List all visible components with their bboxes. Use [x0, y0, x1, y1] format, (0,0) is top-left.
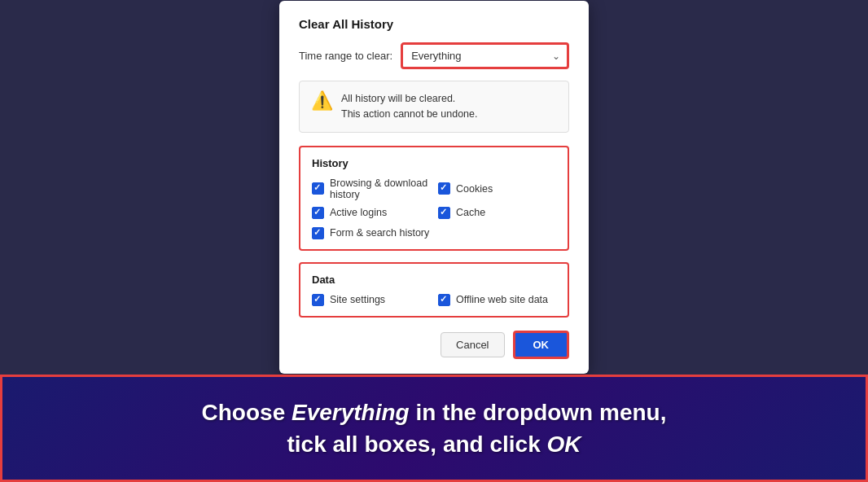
checkbox-cookies[interactable]: Cookies — [438, 177, 556, 200]
checkbox-form-search-icon[interactable] — [312, 227, 324, 239]
checkbox-cache-icon[interactable] — [438, 207, 450, 219]
buttons-row: Cancel OK — [299, 331, 569, 359]
cancel-button[interactable]: Cancel — [441, 332, 504, 357]
clear-history-dialog: Clear All History Time range to clear: L… — [279, 1, 589, 374]
checkbox-cookies-label: Cookies — [456, 183, 493, 195]
banner-ok-italic: OK — [547, 432, 581, 457]
checkbox-cache-label: Cache — [456, 207, 485, 218]
ok-button[interactable]: OK — [513, 331, 570, 359]
checkbox-browsing-icon[interactable] — [312, 182, 324, 195]
warning-box: ⚠️ All history will be cleared. This act… — [299, 81, 569, 133]
time-range-row: Time range to clear: Last Hour Last Two … — [299, 42, 569, 69]
checkbox-browsing-label: Browsing & download history — [330, 177, 430, 200]
checkbox-offline-web[interactable]: Offline web site data — [438, 294, 556, 306]
checkbox-active-logins-icon[interactable] — [312, 207, 324, 219]
checkbox-cache[interactable]: Cache — [438, 207, 556, 219]
checkbox-site-settings-icon[interactable] — [312, 294, 324, 306]
data-section: Data Site settings Offline web site data — [299, 262, 569, 318]
history-section-title: History — [312, 157, 556, 169]
checkbox-site-settings[interactable]: Site settings — [312, 294, 430, 306]
data-checkbox-grid: Site settings Offline web site data — [312, 294, 556, 306]
banner-text: Choose Everything in the dropdown menu, … — [202, 397, 667, 460]
time-range-select[interactable]: Last Hour Last Two Hours Last Four Hours… — [403, 45, 567, 67]
checkbox-active-logins-label: Active logins — [330, 207, 387, 218]
checkbox-browsing-download[interactable]: Browsing & download history — [312, 177, 430, 200]
checkbox-site-settings-label: Site settings — [330, 294, 385, 305]
history-section: History Browsing & download history Cook… — [299, 146, 569, 251]
dialog-background: Clear All History Time range to clear: L… — [0, 0, 868, 375]
checkbox-form-search[interactable]: Form & search history — [312, 227, 556, 239]
time-range-label: Time range to clear: — [299, 50, 392, 62]
checkbox-active-logins[interactable]: Active logins — [312, 207, 430, 219]
warning-text: All history will be cleared. This action… — [341, 91, 477, 122]
checkbox-offline-web-icon[interactable] — [438, 294, 450, 306]
checkbox-offline-web-label: Offline web site data — [456, 294, 548, 305]
warning-icon: ⚠️ — [311, 92, 333, 110]
data-section-title: Data — [312, 274, 556, 286]
history-checkbox-grid: Browsing & download history Cookies Acti… — [312, 177, 556, 239]
banner-everything-italic: Everything — [292, 400, 410, 425]
bottom-banner: Choose Everything in the dropdown menu, … — [0, 375, 868, 482]
checkbox-cookies-icon[interactable] — [438, 182, 450, 195]
dialog-title: Clear All History — [299, 17, 569, 31]
checkbox-form-search-label: Form & search history — [330, 227, 429, 239]
time-range-dropdown-wrapper[interactable]: Last Hour Last Two Hours Last Four Hours… — [401, 42, 569, 69]
